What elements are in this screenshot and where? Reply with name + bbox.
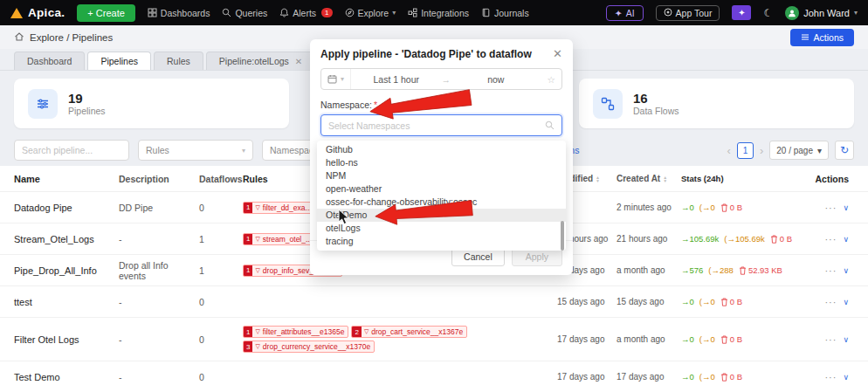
filter-funnel-icon: ▽ [252,343,260,350]
chevron-down-icon: ▾ [817,146,822,155]
app-tour-button[interactable]: App Tour [656,5,720,21]
chevron-down-icon: ▾ [341,75,344,83]
pipelines-stat-card: 19 Pipelines [14,79,289,128]
search-pipeline-input[interactable] [14,140,129,161]
expand-row-icon[interactable]: ∨ [843,203,849,212]
dropped-size-stat: 0 B [720,203,742,212]
prev-page-icon[interactable]: ‹ [727,144,731,157]
close-tab-icon[interactable]: ✕ [295,57,302,66]
rule-tag[interactable]: 1▽filter_dd_exa... [243,202,316,214]
brand-name: Apica. [28,6,65,19]
more-options-icon[interactable]: ··· [824,334,837,345]
dropped-size-stat: 0 B [770,234,792,244]
breadcrumb[interactable]: Explore / Pipelines [30,32,113,43]
table-row[interactable]: Test Demo - 0 17 days ago 17 days ago →0… [0,361,868,392]
rules-filter-select[interactable]: Rules ▾ [138,140,253,161]
time-range-picker[interactable]: ▾ Last 1 hour → now ☆ [320,68,562,90]
nav-item-queries[interactable]: Queries [222,8,267,18]
chevron-down-icon: ▾ [242,147,245,155]
create-button[interactable]: + Create [77,4,135,22]
trash-icon [720,298,728,306]
namespace-option[interactable]: open-weather [317,182,566,196]
chevron-down-icon: ▾ [854,9,858,17]
expand-row-icon[interactable]: ∨ [843,335,849,344]
rule-tag[interactable]: 1▽stream_otel_... [243,233,316,245]
refresh-icon: ↻ [840,144,849,156]
events-in-stat: →0 [681,372,694,382]
dataflows-stat-card: 16 Data Flows [579,79,854,128]
namespace-select-placeholder: Select Namespaces [328,120,410,131]
expand-row-icon[interactable]: ∨ [843,373,849,382]
calendar-dropdown[interactable]: ▾ [321,69,351,89]
filter-funnel-icon: ▽ [252,267,260,274]
rule-tag[interactable]: 1▽filter_attributes__e1365e [243,326,348,338]
calendar-icon [327,74,337,84]
namespace-select-input[interactable]: Select Namespaces [320,114,562,136]
apica-logo-icon [10,8,23,18]
namespace-option[interactable]: Github [317,143,566,156]
integrations-icon [408,8,417,17]
tab-pipelines[interactable]: Pipelines [87,52,151,70]
time-from[interactable]: Last 1 hour [351,74,442,85]
favorite-star-icon[interactable]: ☆ [541,74,561,85]
more-options-icon[interactable]: ··· [824,297,837,307]
nav-item-integrations[interactable]: Integrations [408,8,469,18]
more-options-icon[interactable]: ··· [824,265,837,276]
next-page-icon[interactable]: › [760,144,763,157]
journals-book-icon [481,8,491,17]
more-options-icon[interactable]: ··· [824,203,837,213]
expand-row-icon[interactable]: ∨ [843,235,849,244]
rule-tag[interactable]: 3▽drop_currency_service__x1370e [243,340,375,353]
nav-item-journals[interactable]: Journals [481,8,529,18]
pagination: ‹ 1 › 20 / page ▾ ↻ [727,141,854,160]
actions-button[interactable]: Actions [790,29,854,46]
namespace-option[interactable]: hello-ns [317,156,566,169]
time-to[interactable]: now [451,74,541,85]
more-options-icon[interactable]: ··· [824,234,837,244]
dark-mode-toggle-icon[interactable]: ☾ [763,7,773,19]
brand[interactable]: Apica. [10,6,65,19]
ai-button[interactable]: ✦ AI [606,5,644,21]
events-out-stat: (→0 [699,334,715,344]
rule-tag[interactable]: 2▽drop_cart_service__x1367e [351,326,467,338]
table-row[interactable]: ttest - 0 15 days ago 15 days ago →0 (→0… [0,286,868,318]
sort-created-at[interactable]: Created At▲▼ [617,174,681,183]
nav-item-explore[interactable]: Explore ▾ [345,8,396,18]
tab-rules[interactable]: Rules [154,52,203,70]
page-number[interactable]: 1 [737,142,754,159]
tab-pipeline-otellogs[interactable]: Pipeline:otelLogs ✕ [206,52,315,70]
namespace-field-label: Namespace:* [320,100,562,110]
refresh-button[interactable]: ↻ [835,141,854,160]
nav-item-alerts[interactable]: Alerts 1 [279,8,332,18]
table-row[interactable]: Filter Otel Logs - 0 1▽filter_attributes… [0,318,868,361]
filter-funnel-icon: ▽ [252,204,260,211]
filter-funnel-icon: ▽ [252,328,260,335]
namespace-option[interactable]: tracing [317,235,566,248]
sort-icon: ▲▼ [596,175,600,182]
namespace-option[interactable]: otelLogs [317,222,566,235]
dropdown-scrollbar[interactable] [561,221,564,251]
sort-icon: ▲▼ [663,175,667,182]
queries-icon [222,8,231,17]
page-size-select[interactable]: 20 / page ▾ [769,141,829,160]
search-icon [545,120,555,130]
expand-row-icon[interactable]: ∨ [843,266,849,275]
tab-dashboard[interactable]: Dashboard [14,52,85,70]
trash-icon [720,335,728,344]
close-icon[interactable]: ✕ [553,48,562,59]
user-menu[interactable]: John Ward ▾ [785,6,858,20]
dataflows-card-icon [593,89,623,119]
pipelines-card-icon [28,89,58,119]
namespace-option-highlighted[interactable]: OtelDemo [317,209,566,222]
expand-row-icon[interactable]: ∨ [843,298,849,306]
dashboards-icon [148,8,157,17]
home-icon[interactable] [14,31,24,44]
assistant-button[interactable]: ✦ [732,5,751,20]
events-out-stat: (→0 [699,203,715,212]
namespace-option[interactable]: NPM [317,169,566,182]
namespace-option[interactable]: ossec-for-change-observability:ossec [317,196,566,209]
modal-title: Apply pipeline - 'Datadog Pipe' to dataf… [320,48,539,61]
more-options-icon[interactable]: ··· [824,372,837,382]
nav-item-dashboards[interactable]: Dashboards [148,8,210,18]
dropped-size-stat: 0 B [720,334,742,344]
